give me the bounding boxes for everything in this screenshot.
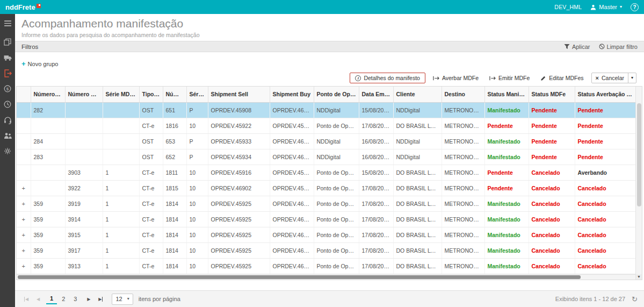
column-header-numero_manifesto[interactable]: Número Mani...: [31, 87, 65, 102]
cell-data_emissao: 15/08/2018 1...: [359, 102, 393, 118]
table-row[interactable]: +35939141CT-e181410OPRDEV.45925OPRDEV.46…: [17, 211, 635, 227]
manifest-export-icon[interactable]: [2, 69, 13, 77]
new-group-button[interactable]: + Novo grupo: [21, 60, 644, 68]
emit-arrow-icon: [489, 75, 496, 81]
menu-icon[interactable]: [2, 19, 13, 27]
cell-status_manifesto: Manifestado: [484, 102, 529, 118]
table-row[interactable]: +39221CT-e181510OPRDEV.46902OPRDEV.45923…: [17, 180, 635, 196]
last-page-button[interactable]: ▶: [96, 294, 105, 304]
cell-data_emissao: 17/08/2018 1...: [359, 211, 393, 227]
table-row[interactable]: +35939171CT-e181410OPRDEV.45925OPRDEV.46…: [17, 242, 635, 258]
column-header-serie_d[interactable]: Série D...: [186, 87, 208, 102]
vertical-scrollbar[interactable]: [635, 87, 642, 274]
cell-cliente: DO BRASIL LTDA-GU...: [393, 227, 442, 242]
column-header-shipment_sell[interactable]: Shipment Sell: [208, 87, 270, 102]
cell-tipo: OST: [139, 149, 163, 165]
documents-icon[interactable]: [2, 38, 13, 46]
table-row[interactable]: 282OST651POPRDEV.45908OPRDEV.46884NDDigi…: [17, 102, 635, 118]
next-page-button[interactable]: ▶: [84, 294, 93, 304]
page-size-select[interactable]: 12 ▾: [112, 294, 133, 305]
column-header-data_emissao[interactable]: Data Emissã...: [359, 87, 393, 102]
cell-numero_mdfe: 3915: [65, 227, 103, 242]
cell-ponto_operacao: Ponto de Operação ...: [314, 242, 359, 258]
editar-mdfes-button[interactable]: Editar MDFes: [537, 73, 587, 83]
cell-data_emissao: 16/08/2018 1...: [359, 133, 393, 149]
scroll-down-arrow[interactable]: ▼: [635, 274, 642, 280]
column-header-numero_mdfe[interactable]: Número MDFe: [65, 87, 103, 102]
cell-numero_mdfe: 3914: [65, 211, 103, 227]
page-button-2[interactable]: 2: [58, 294, 69, 304]
clear-filter-button[interactable]: Limpar filtro: [599, 44, 638, 50]
column-header-numero[interactable]: Número ...: [163, 87, 186, 102]
cell-serie_d: P: [186, 149, 208, 165]
column-header-serie_mdfe[interactable]: Série MDFe: [103, 87, 139, 102]
cell-status_mdfe: Cancelado: [529, 242, 575, 258]
cell-shipment_sell: OPRDEV.45916: [208, 165, 270, 180]
user-menu[interactable]: Master ▾: [590, 4, 622, 10]
cell-ponto_operacao: Ponto de Operação ...: [314, 196, 359, 211]
column-header-status_averbacao[interactable]: Status Averbação MDFe ↑: [575, 87, 635, 102]
table-row[interactable]: +35939191CT-e181410OPRDEV.45925OPRDEV.46…: [17, 196, 635, 211]
table-row[interactable]: 284OST653POPRDEV.45933OPRDEV.46912NDDigi…: [17, 133, 635, 149]
expand-row-button[interactable]: +: [17, 196, 31, 211]
billing-icon[interactable]: $: [2, 84, 13, 93]
cancel-dropdown-button[interactable]: ▾: [628, 73, 636, 83]
cell-numero: 1814: [163, 242, 186, 258]
column-header-destino[interactable]: Destino: [442, 87, 484, 102]
help-button[interactable]: ?: [631, 3, 639, 11]
refresh-icon[interactable]: ↻: [632, 295, 638, 303]
chevron-down-icon: ▾: [631, 76, 633, 80]
expand-row-button[interactable]: +: [17, 242, 31, 258]
brand-flag-icon: [37, 4, 41, 8]
expand-row-button[interactable]: +: [17, 180, 31, 196]
cancel-split-button: × Cancelar ▾: [591, 73, 636, 83]
cell-data_emissao: 17/08/2018 1...: [359, 258, 393, 274]
users-icon[interactable]: [2, 131, 13, 140]
apply-filter-button[interactable]: Aplicar: [564, 44, 590, 50]
brand-logo[interactable]: nddFrete: [5, 3, 41, 11]
truck-icon[interactable]: [2, 53, 13, 62]
cell-shipment_buy: OPRDEV.45923: [270, 180, 314, 196]
send-arrow-icon: [433, 75, 439, 81]
cell-status_mdfe: Pendente: [529, 149, 575, 165]
details-manifest-button[interactable]: i Detalhes do manifesto: [350, 73, 425, 83]
previous-page-button[interactable]: ◀: [33, 294, 43, 304]
averbar-mdfe-button[interactable]: Averbar MDFe: [430, 73, 482, 83]
cell-shipment_buy: OPRDEV.46903: [270, 227, 314, 242]
settings-gear-icon[interactable]: [2, 147, 13, 155]
page-button-1[interactable]: 1: [46, 294, 57, 304]
horizontal-scrollbar[interactable]: [17, 274, 635, 280]
column-header-ponto_operacao[interactable]: Ponto de Operação: [314, 87, 359, 102]
support-headset-icon[interactable]: [2, 116, 13, 124]
horizontal-scrollbar-thumb[interactable]: [18, 275, 581, 279]
expand-row-button[interactable]: +: [17, 258, 31, 274]
first-page-button[interactable]: ◀: [21, 294, 31, 304]
cell-shipment_buy: OPRDEV.45920: [270, 118, 314, 133]
table-row[interactable]: 283OST652POPRDEV.45934OPRDEV.46914NDDigi…: [17, 149, 635, 165]
column-header-status_manifesto[interactable]: Status Manifesto: [484, 87, 529, 102]
table-row[interactable]: 39031CT-e181110OPRDEV.45916OPRDEV.45914P…: [17, 165, 635, 180]
person-icon: [590, 4, 596, 10]
cell-serie_mdfe: 1: [103, 242, 139, 258]
grid-toolbar: i Detalhes do manifesto Averbar MDFe Emi…: [15, 72, 636, 84]
cell-tipo: CT-e: [139, 180, 163, 196]
expand-row-button[interactable]: +: [17, 227, 31, 242]
column-header-shipment_buy[interactable]: Shipment Buy: [270, 87, 314, 102]
table-row[interactable]: CT-e181610OPRDEV.45922OPRDEV.45920Ponto …: [17, 118, 635, 133]
table-row[interactable]: +35939151CT-e181410OPRDEV.45925OPRDEV.46…: [17, 227, 635, 242]
history-icon[interactable]: [2, 100, 13, 109]
vertical-scrollbar-thumb[interactable]: [637, 103, 641, 206]
page-button-3[interactable]: 3: [70, 294, 81, 304]
column-header-cliente[interactable]: Cliente: [393, 87, 442, 102]
emitir-mdfe-button[interactable]: Emitir MDFe: [486, 73, 533, 83]
cell-cliente: DO BRASIL LTDA-GU...: [393, 165, 442, 180]
table-row[interactable]: +35939131CT-e181410OPRDEV.45925OPRDEV.46…: [17, 258, 635, 274]
cancel-button[interactable]: × Cancelar: [592, 73, 628, 83]
cell-tipo: OST: [139, 102, 163, 118]
filters-title: Filtros: [21, 44, 38, 50]
expand-row-button[interactable]: +: [17, 211, 31, 227]
cell-status_manifesto: Pendente: [484, 165, 529, 180]
cell-numero: 651: [163, 102, 186, 118]
column-header-tipo[interactable]: Tipo ...: [139, 87, 163, 102]
column-header-status_mdfe[interactable]: Status MDFe: [529, 87, 575, 102]
